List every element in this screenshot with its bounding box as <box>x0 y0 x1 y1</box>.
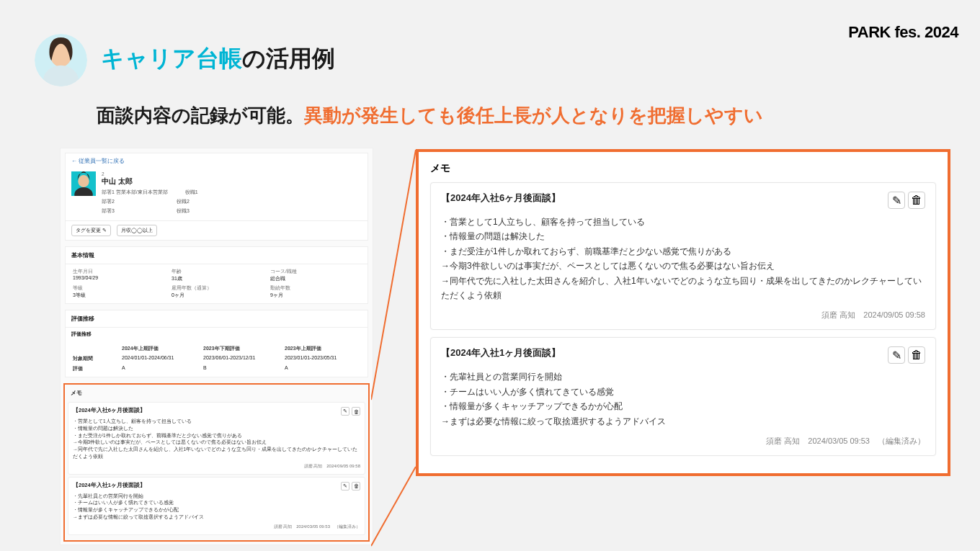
memo-card: 【2024年入社1ヶ月後面談】 ✎🗑 ・先輩社員との営業同行を開始 ・チームはい… <box>430 337 936 456</box>
eval-card: 評価推移 評価推移 2024年上期評価2023年下期評価2023年上期評価 対象… <box>65 310 368 377</box>
eval-rating-1: A <box>122 365 197 372</box>
tenure-label: 勤続年数 <box>270 285 360 292</box>
employee-avatar <box>71 171 96 196</box>
dob-value: 1993/04/29 <box>73 275 163 280</box>
eval-row-rating-label: 評価 <box>73 365 116 372</box>
delete-icon[interactable]: 🗑 <box>908 346 925 364</box>
tag-chip[interactable]: 月収◯◯以上 <box>117 225 157 236</box>
memo-body: ・営業として1人立ちし、顧客を持って担当している ・情報量の問題は解決した ・ま… <box>73 418 360 460</box>
slide-subtitle: 面談内容の記録が可能。異動が発生しても後任上長が人となりを把握しやすい <box>97 103 763 128</box>
eval-title: 評価推移 <box>66 310 368 328</box>
svg-line-7 <box>371 150 416 400</box>
brand-logo: PARK fes. 2024 <box>848 23 958 42</box>
memo-footer: 須磨 高知 2024/03/05 09:53 （編集済み） <box>441 436 925 447</box>
eval-col3: 2023年上期評価 <box>285 345 360 352</box>
edit-icon[interactable]: ✎ <box>888 346 905 364</box>
eval-col1: 2024年上期評価 <box>122 345 197 352</box>
basic-info-card: 基本情報 生年月日1993/04/29 年齢31歳 コース/職種総合職 等級3等… <box>65 246 368 304</box>
eval-subtitle: 評価推移 <box>66 328 368 341</box>
role3-label: 役職3 <box>177 207 234 215</box>
memo-card: 【2024年入社6ヶ月後面談】 ✎🗑 ・営業として1人立ちし、顧客を持って担当し… <box>68 402 365 475</box>
subtitle-plain: 面談内容の記録が可能。 <box>97 104 304 126</box>
delete-icon[interactable]: 🗑 <box>908 192 925 209</box>
employee-id: 2 <box>102 171 362 176</box>
subtitle-accent: 異動が発生しても後任上長が人となりを把握しやすい <box>304 104 763 126</box>
memo-section-highlighted: メモ 【2024年入社6ヶ月後面談】 ✎🗑 ・営業として1人立ちし、顧客を持って… <box>63 383 370 542</box>
memo-footer: 須磨 高知 2024/09/05 09:58 <box>73 463 360 470</box>
svg-line-8 <box>371 467 416 546</box>
eval-period-1: 2024/01/01-2024/06/31 <box>122 355 197 362</box>
memo-zoom-title: メモ <box>430 162 936 175</box>
role2-label: 役職2 <box>177 198 234 205</box>
memo-footer: 須磨 高知 2024/03/05 09:53 （編集済み） <box>73 524 360 530</box>
presenter-avatar <box>35 34 87 86</box>
dob-label: 生年月日 <box>73 269 163 275</box>
back-link[interactable]: ← 従業員一覧に戻る <box>66 153 368 169</box>
age-value: 31歳 <box>172 275 262 282</box>
tag-change-button[interactable]: タグを変更 ✎ <box>71 225 111 236</box>
eval-col2: 2023年下期評価 <box>203 345 279 352</box>
delete-icon[interactable]: 🗑 <box>352 407 360 416</box>
eval-row-period-label: 対象期間 <box>73 355 116 362</box>
memo-card: 【2024年入社6ヶ月後面談】 ✎🗑 ・営業として1人立ちし、顧客を持って担当し… <box>430 182 936 330</box>
grade-label: 等級 <box>73 285 163 292</box>
emp-years-label: 雇用年数（通算） <box>172 285 262 292</box>
memo-body: ・営業として1人立ちし、顧客を持って担当している ・情報量の問題は解決した ・ま… <box>441 215 925 303</box>
memo-footer: 須磨 高知 2024/09/05 09:58 <box>441 310 925 321</box>
dept2-label: 部署2 <box>102 198 159 205</box>
slide-title: キャリア台帳の活用例 <box>101 43 335 75</box>
course-value: 総合職 <box>270 275 360 282</box>
edit-icon[interactable]: ✎ <box>341 482 349 490</box>
eval-period-2: 2023/06/01-2023/12/31 <box>203 355 279 362</box>
app-screenshot-left: ← 従業員一覧に戻る 2 中山 太郎 部署1 営業本部/東日本営業部役職1 部署… <box>60 148 373 545</box>
basic-info-title: 基本情報 <box>66 247 368 264</box>
memo-zoom-panel: メモ 【2024年入社6ヶ月後面談】 ✎🗑 ・営業として1人立ちし、顧客を持って… <box>416 149 950 476</box>
memo-heading: 【2024年入社1ヶ月後面談】 <box>73 482 146 489</box>
employee-name: 中山 太郎 <box>102 176 362 187</box>
memo-section-title: メモ <box>68 388 365 400</box>
dept1-label: 部署1 <box>102 189 115 194</box>
memo-heading: 【2024年入社6ヶ月後面談】 <box>73 407 146 414</box>
eval-period-3: 2023/01/01-2023/05/31 <box>285 355 360 362</box>
svg-point-5 <box>78 175 89 187</box>
memo-body: ・先輩社員との営業同行を開始 ・チームはいい人が多く慣れてきている感覚 ・情報量… <box>73 493 360 521</box>
memo-heading: 【2024年入社1ヶ月後面談】 <box>441 346 561 359</box>
edit-icon[interactable]: ✎ <box>341 407 349 416</box>
role1-label: 役職1 <box>185 189 243 196</box>
delete-icon[interactable]: 🗑 <box>352 482 360 490</box>
emp-years-value: 0ヶ月 <box>172 292 262 299</box>
edit-icon[interactable]: ✎ <box>888 192 905 209</box>
grade-value: 3等級 <box>73 292 163 299</box>
title-rest: の活用例 <box>242 45 335 71</box>
tenure-value: 9ヶ月 <box>270 292 360 299</box>
course-label: コース/職種 <box>270 269 360 275</box>
age-label: 年齢 <box>172 269 262 275</box>
profile-card: ← 従業員一覧に戻る 2 中山 太郎 部署1 営業本部/東日本営業部役職1 部署… <box>65 153 368 241</box>
dept3-label: 部署3 <box>102 207 159 215</box>
memo-body: ・先輩社員との営業同行を開始 ・チームはいい人が多く慣れてきている感覚 ・情報量… <box>441 369 925 429</box>
memo-card: 【2024年入社1ヶ月後面談】 ✎🗑 ・先輩社員との営業同行を開始 ・チームはい… <box>68 477 365 535</box>
title-accent: キャリア台帳 <box>101 45 242 71</box>
memo-heading: 【2024年入社6ヶ月後面談】 <box>441 192 561 205</box>
callout-connector <box>371 148 422 551</box>
eval-rating-2: B <box>203 365 279 372</box>
eval-rating-3: A <box>285 365 360 372</box>
dept1-value: 営業本部/東日本営業部 <box>116 189 168 194</box>
